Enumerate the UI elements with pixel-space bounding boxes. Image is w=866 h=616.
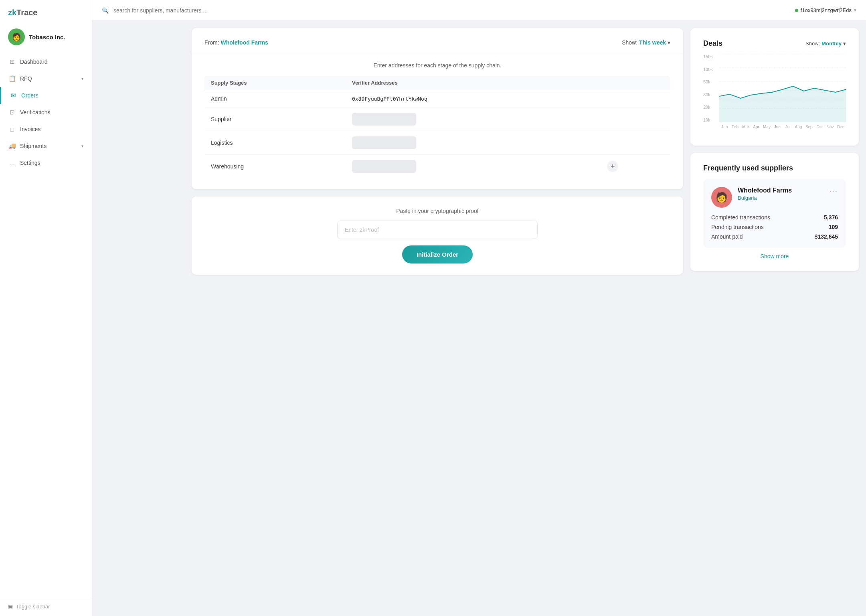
shipments-icon: 🚚 [8,142,16,150]
show-monthly-value: Monthly [821,41,842,47]
show-filter[interactable]: Show: This week ▾ [622,39,670,46]
table-row: Logistics [204,131,670,155]
table-row: Supplier [204,107,670,131]
add-stage-button[interactable]: + [607,161,618,172]
from-bar: From: Wholefood Farms Show: This week ▾ [204,39,670,46]
suppliers-title: Frequently used suppliers [703,164,846,172]
sidebar-item-label: Shipments [20,143,47,149]
sidebar-item-label: Dashboard [20,59,48,65]
table-row: Admin 0x89FyuuBgPPl0YhrtYkwNoq [204,90,670,107]
chevron-down-icon: ▾ [81,76,84,81]
zkproof-card: Paste in your cryptographic proof Initia… [192,197,683,275]
username: Tobasco Inc. [29,34,65,41]
supplier-card-header: 🧑 Wholefood Farms Bulgaria ··· [711,187,838,208]
address-logistics[interactable] [346,131,601,155]
supplier-stats: Completed transactions 5,376 Pending tra… [711,214,838,240]
address-supplier[interactable] [346,107,601,131]
zkproof-input[interactable] [337,221,538,239]
sidebar-item-label: Settings [20,160,40,166]
supply-stages-table: Supply Stages Verifier Addresses Admin 0… [204,76,670,178]
divider [192,54,683,54]
chart-y-labels: 150k 100k 50k 30k 20k 10k [703,54,719,122]
sidebar-item-label: Verifications [20,109,50,116]
order-form-card: From: Wholefood Farms Show: This week ▾ … [192,28,683,189]
chevron-down-icon: ▾ [668,39,670,46]
sidebar-item-label: RFQ [20,75,32,82]
avatar: 🧑 [8,28,25,45]
search-icon: 🔍 [102,7,109,14]
sidebar-item-shipments[interactable]: 🚚 Shipments ▾ [0,138,92,154]
sidebar: zkTrace 🧑 Tobasco Inc. ⊞ Dashboard 📋 RFQ… [0,0,92,616]
topbar: 🔍 f1ox93mj2nzgwrj2Eds ▾ [92,0,866,21]
supplier-address-input[interactable] [352,113,416,126]
sidebar-item-verifications[interactable]: ⊡ Verifications [0,104,92,121]
center-panel: From: Wholefood Farms Show: This week ▾ … [192,28,683,609]
stat-label: Completed transactions [711,214,770,221]
wallet-address: f1ox93mj2nzgwrj2Eds [801,7,852,13]
sidebar-bottom: ▣ Toggle sidebar [0,597,92,616]
orders-icon: ✉ [9,91,17,99]
stage-supplier: Supplier [204,107,346,131]
toggle-sidebar-label: Toggle sidebar [16,604,50,610]
stage-admin: Admin [204,90,346,107]
sidebar-item-rfq[interactable]: 📋 RFQ ▾ [0,70,92,87]
initialize-order-button[interactable]: Initialize Order [402,245,473,263]
app-logo: zkTrace [0,0,92,24]
stage-logistics: Logistics [204,131,346,155]
toggle-sidebar-button[interactable]: ▣ Toggle sidebar [8,604,84,610]
sidebar-item-dashboard[interactable]: ⊞ Dashboard [0,53,92,70]
warehousing-address-input[interactable] [352,160,416,173]
main-content: From: Wholefood Farms Show: This week ▾ … [184,21,866,616]
right-panel: Deals Show: Monthly ▾ 150k 100k 50k 30k … [690,28,859,609]
stat-value: $132,645 [815,233,838,240]
col-verifier-addresses: Verifier Addresses [346,76,601,90]
show-more-link[interactable]: Show more [761,253,789,259]
settings-icon: … [8,159,16,167]
sidebar-item-label: Invoices [20,126,40,132]
stat-label: Pending transactions [711,224,764,230]
stat-value: 5,376 [824,214,838,221]
proof-label: Paste in your cryptographic proof [396,208,478,214]
col-supply-stages: Supply Stages [204,76,346,90]
chevron-down-icon[interactable]: ▾ [854,8,856,13]
chevron-down-icon: ▾ [843,41,846,47]
supplier-country: Bulgaria [738,195,824,201]
sidebar-item-invoices[interactable]: □ Invoices [0,121,92,138]
supplier-info: Wholefood Farms Bulgaria [738,187,824,201]
deals-title: Deals [703,39,722,48]
supplier-card: 🧑 Wholefood Farms Bulgaria ··· Completed… [703,179,846,248]
stat-pending-transactions: Pending transactions 109 [711,224,838,230]
deals-header: Deals Show: Monthly ▾ [703,39,846,48]
show-more[interactable]: Show more [703,248,846,260]
search-input[interactable] [113,7,790,14]
stat-value: 109 [829,224,838,230]
logistics-address-input[interactable] [352,136,416,149]
show-monthly-filter[interactable]: Show: Monthly ▾ [805,41,846,47]
stat-amount-paid: Amount paid $132,645 [711,233,838,240]
col-actions [601,76,670,90]
table-row: Warehousing + [204,155,670,178]
chart-x-labels: Jan Feb Mar Apr May Jun Jul Aug Sep Oct … [719,125,846,134]
from-value: Wholefood Farms [221,39,268,46]
toggle-sidebar-icon: ▣ [8,604,13,610]
proof-input-wrap [337,221,538,239]
verifications-icon: ⊡ [8,108,16,116]
suppliers-card: Frequently used suppliers 🧑 Wholefood Fa… [690,153,859,271]
sidebar-nav: ⊞ Dashboard 📋 RFQ ▾ ✉ Orders ⊡ Verificat… [0,53,92,597]
chevron-down-icon: ▾ [81,144,84,149]
invoices-icon: □ [8,125,16,133]
sidebar-item-label: Orders [21,92,38,99]
address-warehousing[interactable] [346,155,601,178]
deals-chart: 150k 100k 50k 30k 20k 10k [703,54,846,134]
rfq-icon: 📋 [8,75,16,83]
sidebar-item-settings[interactable]: … Settings [0,154,92,171]
sidebar-item-orders[interactable]: ✉ Orders [0,87,92,104]
supplier-name: Wholefood Farms [738,187,824,194]
proof-section: Paste in your cryptographic proof Initia… [204,208,670,263]
stat-label: Amount paid [711,233,743,240]
supplier-menu-button[interactable]: ··· [830,187,838,195]
chart-svg [719,54,846,122]
dashboard-icon: ⊞ [8,58,16,66]
address-admin: 0x89FyuuBgPPl0YhrtYkwNoq [346,90,601,107]
stage-warehousing: Warehousing [204,155,346,178]
